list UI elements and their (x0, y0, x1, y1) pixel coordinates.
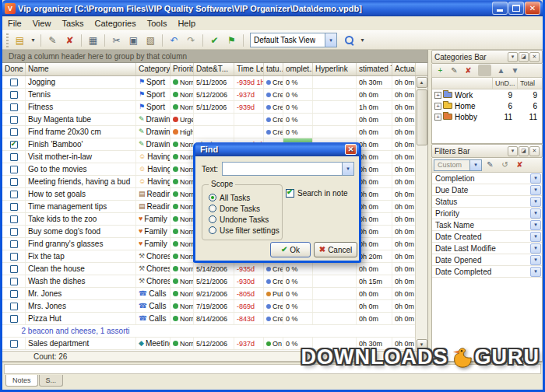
table-row[interactable]: Jogging ⚑Sport Norm 5/11/2006 -939d 1h C… (2, 76, 416, 89)
reset-filter-button[interactable]: ↺ (498, 159, 512, 171)
table-row[interactable]: Mr. Jones ☎Calls Norm 9/21/2006 -805d Pu… (2, 288, 416, 300)
filter-row[interactable]: Date Last Modifie (432, 243, 542, 254)
delete-task-button[interactable]: ✘ (62, 33, 78, 48)
done-checkbox[interactable] (10, 253, 18, 261)
filter-dropdown-icon[interactable] (530, 173, 541, 184)
filter-dropdown-icon[interactable] (530, 197, 541, 207)
scrollbar-thumb[interactable] (417, 89, 427, 145)
radio-done-tasks[interactable]: Done Tasks (202, 203, 282, 214)
filters-bar-header[interactable]: Filters Bar (431, 144, 543, 158)
done-checkbox[interactable] (10, 278, 18, 285)
menu-help[interactable]: Help (172, 18, 201, 29)
combo-arrow-icon[interactable] (469, 160, 481, 170)
redo-button[interactable]: ↷ (183, 33, 199, 48)
close-panel-icon[interactable] (529, 146, 540, 156)
find-options-dropdown-icon[interactable]: ▾ (358, 33, 367, 48)
column-header-status[interactable]: tatu... (264, 63, 283, 75)
done-checkbox[interactable] (10, 290, 18, 298)
find-text-input[interactable] (222, 162, 354, 176)
close-button[interactable] (525, 2, 540, 15)
search-in-note-checkbox[interactable]: Search in note (286, 189, 348, 198)
find-button[interactable] (341, 33, 357, 48)
table-row[interactable]: Clean the house ⚒Chores Norm 5/14/2006 -… (2, 263, 416, 275)
filter-dropdown-icon[interactable] (530, 185, 541, 195)
categories-bar-header[interactable]: Categories Bar (431, 50, 543, 64)
menu-tasks[interactable]: Tasks (56, 18, 89, 29)
menu-categories[interactable]: Categories (90, 18, 142, 29)
filter-row[interactable]: Task Name (432, 219, 542, 231)
menu-file[interactable]: File (2, 18, 27, 29)
expander-icon[interactable] (434, 103, 441, 110)
radio-all-tasks[interactable]: All Tasks (202, 192, 282, 203)
minimize-button[interactable] (492, 2, 508, 15)
radio-use-filter-settings[interactable]: Use filter settings (202, 225, 282, 236)
move-category-down-button[interactable]: ▼ (508, 65, 522, 76)
undo-button[interactable]: ↶ (166, 33, 182, 48)
done-checkbox[interactable] (10, 303, 18, 310)
column-header-hyperlink[interactable]: Hyperlink (313, 63, 357, 75)
text-dropdown-icon[interactable] (342, 163, 353, 175)
filter-row[interactable]: Completion (432, 173, 542, 184)
titlebar[interactable]: Vip organizer [C:\Program Files\VIP Qual… (2, 0, 543, 16)
close-panel-icon[interactable] (529, 52, 540, 62)
print-button[interactable]: ▦ (85, 33, 101, 48)
edit-filter-button[interactable]: ✎ (483, 159, 497, 171)
done-checkbox[interactable] (10, 203, 18, 211)
done-checkbox[interactable] (10, 240, 18, 248)
panel-menu-icon[interactable] (508, 146, 518, 156)
column-header-undone[interactable]: UnD... (492, 78, 517, 89)
menu-tools[interactable]: Tools (142, 18, 173, 29)
table-row[interactable]: Tennis ⚑Sport Norm 5/12/2006 -937d Cre 0… (2, 89, 416, 101)
cut-button[interactable]: ✂ (108, 33, 125, 48)
table-row[interactable]: Buy Magenta tube ✎Drawing Urge Cre 0 % 0… (2, 114, 416, 126)
filter-row[interactable]: Priority (432, 208, 542, 219)
filter-dropdown-icon[interactable] (530, 267, 541, 277)
delete-filter-button[interactable]: ✘ (513, 159, 526, 171)
table-row[interactable]: Fitness ⚑Sport Norm 5/11/2006 -939d Cre … (2, 101, 416, 114)
vertical-scrollbar[interactable] (415, 76, 427, 351)
filter-row[interactable]: Date Completed (432, 266, 542, 278)
edit-task-button[interactable]: ✎ (44, 33, 61, 48)
done-checkbox[interactable] (10, 153, 18, 161)
filter-dropdown-icon[interactable] (530, 255, 541, 265)
category-row[interactable]: Home 6 6 (432, 100, 542, 111)
filter-dropdown-icon[interactable] (530, 232, 541, 242)
maximize-button[interactable] (508, 2, 524, 15)
delete-category-button[interactable]: ✘ (462, 65, 475, 76)
table-row[interactable]: Find frame 20x30 cm ✎Drawing High Cre 0 … (2, 126, 416, 138)
panel-menu-icon[interactable] (508, 52, 518, 62)
done-checkbox[interactable] (10, 166, 18, 173)
flag-button[interactable]: ⚑ (223, 33, 240, 48)
column-header-date[interactable]: Date&T... (194, 63, 234, 75)
table-row[interactable]: Pizza Hut ☎Calls Norm 8/14/2006 -843d Cr… (2, 313, 416, 325)
column-header-complete[interactable]: omplet... (283, 63, 313, 75)
scroll-up-icon[interactable] (417, 77, 427, 88)
expander-icon[interactable] (434, 114, 441, 121)
paste-button[interactable]: ▧ (142, 33, 159, 48)
filter-preset-selector[interactable]: Custom (434, 159, 482, 171)
done-checkbox[interactable] (10, 141, 18, 149)
column-header-time-left[interactable]: Time Left (234, 63, 264, 75)
done-checkbox[interactable] (10, 178, 18, 186)
tab-notes[interactable]: Notes (5, 375, 38, 387)
add-category-button[interactable]: + (434, 65, 447, 76)
done-checkbox[interactable] (10, 315, 18, 323)
filter-row[interactable]: Due Date (432, 184, 542, 196)
copy-button[interactable]: ▣ (125, 33, 142, 48)
done-checkbox[interactable] (10, 79, 18, 86)
done-checkbox[interactable] (10, 340, 18, 348)
done-checkbox[interactable] (10, 215, 18, 223)
column-header-done[interactable]: Done (2, 63, 26, 75)
column-header-total[interactable]: Total (517, 78, 542, 89)
table-row[interactable]: Mrs. Jones ☎Calls Norm 7/19/2006 -869d C… (2, 300, 416, 313)
radio-undone-tasks[interactable]: Undone Tasks (202, 214, 282, 225)
find-dialog-titlebar[interactable]: Find (195, 142, 359, 156)
category-row[interactable]: Hobby 11 11 (432, 111, 542, 122)
pin-icon[interactable] (519, 146, 529, 156)
category-row[interactable]: Work 9 9 (432, 89, 542, 100)
cancel-button[interactable]: Cancel (314, 242, 357, 257)
tab-subtasks[interactable]: S... (39, 375, 64, 387)
column-header-actual-time[interactable]: Actual T... (392, 63, 416, 75)
menu-view[interactable]: View (27, 18, 57, 29)
ok-button[interactable]: Ok (270, 242, 311, 257)
